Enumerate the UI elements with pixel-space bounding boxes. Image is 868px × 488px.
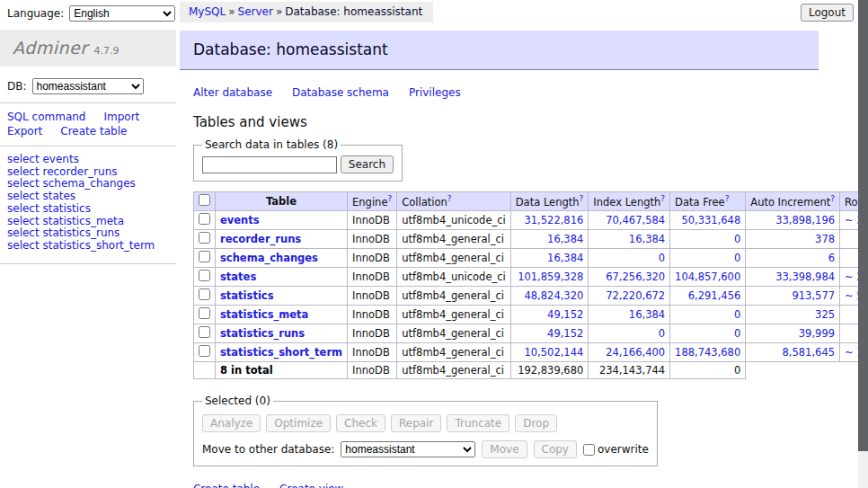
select-all-checkbox[interactable] bbox=[199, 194, 210, 206]
index-length-link[interactable]: 0 bbox=[659, 327, 665, 340]
data-length-link[interactable]: 48,824,320 bbox=[524, 289, 583, 302]
index-length-link[interactable]: 0 bbox=[659, 252, 665, 264]
data-free-link[interactable]: 0 bbox=[734, 308, 740, 321]
help-link[interactable]: ? bbox=[580, 194, 584, 203]
auto-increment-link[interactable]: 8,581,645 bbox=[783, 346, 836, 359]
data-length-link[interactable]: 49,152 bbox=[547, 327, 583, 340]
sidebar: Language: English Adminer 4.7.9 DB: home… bbox=[0, 0, 176, 488]
sidebar-select-link[interactable]: select recorder_runs bbox=[7, 166, 176, 178]
data-length-link[interactable]: 49,152 bbox=[547, 308, 583, 321]
search-button[interactable]: Search bbox=[341, 155, 394, 173]
move-db-select[interactable]: homeassistant bbox=[341, 441, 475, 457]
sidebar-action-link[interactable]: Import bbox=[103, 111, 139, 123]
db-select[interactable]: homeassistant bbox=[32, 78, 144, 94]
data-length-link[interactable]: 10,502,144 bbox=[524, 346, 583, 359]
index-length-link[interactable]: 70,467,584 bbox=[606, 214, 665, 226]
data-free-link[interactable]: 0 bbox=[734, 327, 740, 340]
data-free-link[interactable]: 50,331,648 bbox=[681, 214, 740, 226]
data-free-link[interactable]: 0 bbox=[734, 252, 740, 264]
data-length-link[interactable]: 31,522,816 bbox=[524, 214, 583, 226]
vertical-scrollbar[interactable] bbox=[858, 0, 868, 488]
search-legend: Search data in tables (8) bbox=[202, 138, 341, 151]
table-name-link[interactable]: statistics_runs bbox=[220, 327, 305, 340]
row-checkbox[interactable] bbox=[199, 345, 210, 357]
auto-increment-link[interactable]: 39,999 bbox=[799, 327, 835, 340]
auto-increment-link[interactable]: 913,577 bbox=[792, 289, 835, 302]
table-name-link[interactable]: states bbox=[220, 271, 256, 283]
row-checkbox[interactable] bbox=[199, 307, 210, 319]
table-footer-link[interactable]: Create view bbox=[279, 483, 343, 488]
move-button[interactable]: Move bbox=[482, 440, 527, 458]
db-action-link[interactable]: Database schema bbox=[292, 86, 389, 99]
data-length-link[interactable]: 16,384 bbox=[547, 233, 583, 245]
search-input[interactable] bbox=[202, 156, 337, 173]
sidebar-select-link[interactable]: select statistics bbox=[7, 203, 176, 215]
sidebar-select-link[interactable]: select schema_changes bbox=[7, 178, 176, 190]
table-row: recorder_runsInnoDButf8mb4_general_ci16,… bbox=[194, 230, 868, 249]
index-length-link[interactable]: 67,256,320 bbox=[606, 271, 665, 283]
scrollbar-thumb[interactable] bbox=[858, 0, 868, 451]
data-free-link[interactable]: 188,743,680 bbox=[675, 346, 740, 359]
help-link[interactable]: ? bbox=[387, 194, 392, 203]
analyze-button[interactable]: Analyze bbox=[202, 414, 261, 432]
breadcrumb-separator: » bbox=[228, 5, 235, 18]
drop-button[interactable]: Drop bbox=[515, 414, 557, 432]
repair-button[interactable]: Repair bbox=[391, 414, 441, 432]
tables-and-views-heading: Tables and views bbox=[193, 114, 819, 130]
sidebar-select-link[interactable]: select states bbox=[7, 191, 176, 202]
index-length-link[interactable]: 72,220,672 bbox=[606, 289, 665, 302]
row-checkbox[interactable] bbox=[199, 213, 210, 225]
breadcrumb-server-link[interactable]: Server bbox=[238, 5, 273, 18]
overwrite-checkbox[interactable] bbox=[583, 444, 595, 456]
row-checkbox[interactable] bbox=[199, 270, 210, 281]
sidebar-action-link[interactable]: Export bbox=[7, 125, 42, 138]
auto-increment-link[interactable]: 6 bbox=[828, 252, 835, 264]
sidebar-select-link[interactable]: select statistics_runs bbox=[7, 227, 176, 239]
help-link[interactable]: ? bbox=[725, 194, 730, 203]
row-checkbox[interactable] bbox=[199, 326, 210, 338]
table-name-link[interactable]: statistics bbox=[220, 289, 274, 302]
table-row: statistics_metaInnoDButf8mb4_general_ci4… bbox=[194, 306, 868, 324]
language-select[interactable]: English bbox=[69, 5, 175, 22]
breadcrumb-mysql-link[interactable]: MySQL bbox=[189, 5, 226, 18]
tables-overview-table: TableEngine?Collation?Data Length?Index … bbox=[193, 191, 868, 379]
sidebar-select-link[interactable]: select statistics_meta bbox=[7, 216, 176, 227]
index-length-link[interactable]: 24,166,400 bbox=[606, 346, 665, 359]
help-link[interactable]: ? bbox=[830, 194, 835, 203]
table-name-link[interactable]: schema_changes bbox=[220, 252, 318, 264]
data-free-link[interactable]: 0 bbox=[734, 233, 740, 245]
optimize-button[interactable]: Optimize bbox=[266, 414, 331, 432]
table-name-link[interactable]: events bbox=[220, 214, 260, 226]
column-header-index-length: Index Length? bbox=[589, 192, 670, 211]
index-length-link[interactable]: 16,384 bbox=[629, 308, 665, 321]
truncate-button[interactable]: Truncate bbox=[447, 414, 509, 432]
row-checkbox[interactable] bbox=[199, 232, 210, 244]
row-checkbox[interactable] bbox=[199, 251, 210, 262]
app-name: Adminer bbox=[13, 38, 88, 58]
index-length-link[interactable]: 16,384 bbox=[629, 233, 665, 245]
auto-increment-link[interactable]: 33,898,196 bbox=[775, 214, 835, 226]
db-action-link[interactable]: Privileges bbox=[409, 86, 461, 99]
sidebar-action-link[interactable]: Create table bbox=[60, 125, 127, 138]
sidebar-action-link[interactable]: SQL command bbox=[7, 111, 85, 123]
table-footer-link[interactable]: Create table bbox=[193, 483, 260, 488]
table-name-link[interactable]: statistics_meta bbox=[220, 308, 308, 321]
data-free-link[interactable]: 104,857,600 bbox=[675, 271, 740, 283]
data-length-link[interactable]: 16,384 bbox=[547, 252, 583, 264]
copy-button[interactable]: Copy bbox=[534, 440, 577, 458]
auto-increment-link[interactable]: 325 bbox=[815, 308, 835, 321]
table-name-link[interactable]: statistics_short_term bbox=[220, 346, 342, 359]
data-free-link[interactable]: 6,291,456 bbox=[688, 289, 741, 302]
check-button[interactable]: Check bbox=[336, 414, 385, 432]
sidebar-select-link[interactable]: select statistics_short_term bbox=[7, 240, 176, 252]
db-action-link[interactable]: Alter database bbox=[193, 86, 272, 99]
help-link[interactable]: ? bbox=[447, 194, 452, 203]
logout-button[interactable]: Logout bbox=[801, 4, 854, 22]
row-checkbox[interactable] bbox=[199, 288, 210, 300]
auto-increment-link[interactable]: 378 bbox=[815, 233, 835, 245]
help-link[interactable]: ? bbox=[660, 194, 665, 203]
sidebar-select-link[interactable]: select events bbox=[7, 154, 176, 165]
auto-increment-link[interactable]: 33,398,984 bbox=[775, 271, 835, 283]
data-length-link[interactable]: 101,859,328 bbox=[518, 271, 583, 283]
table-name-link[interactable]: recorder_runs bbox=[220, 233, 301, 245]
